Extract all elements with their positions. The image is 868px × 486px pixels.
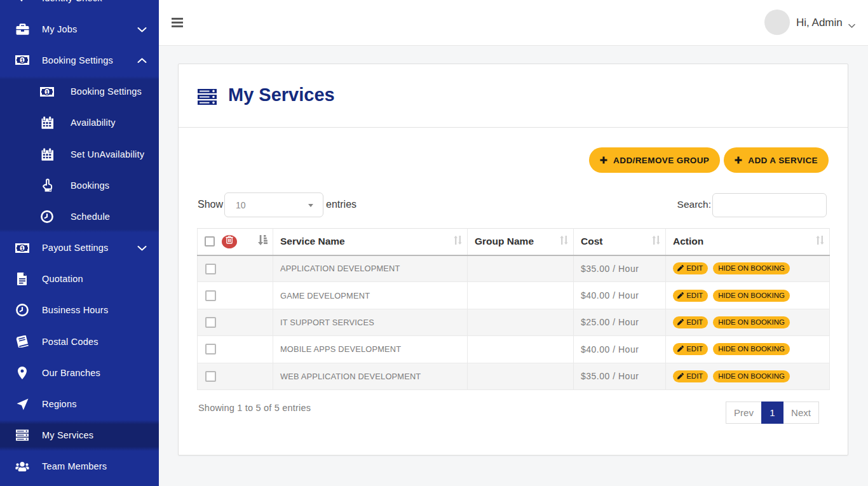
- svg-text:1: 1: [45, 89, 48, 95]
- svg-text:1: 1: [20, 57, 24, 64]
- svg-text:1: 1: [20, 245, 24, 252]
